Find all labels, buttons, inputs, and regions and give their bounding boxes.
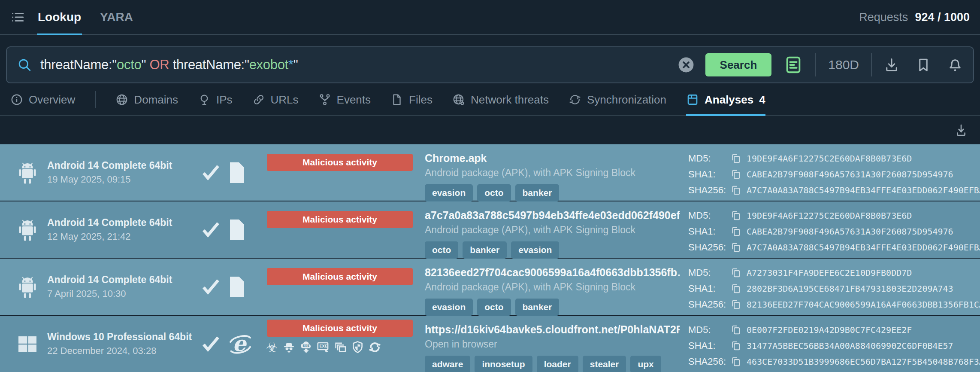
analysis-date: 7 April 2025, 10:30 [47,288,172,299]
copy-icon[interactable] [730,226,741,237]
md5-label: MD5: [688,210,730,221]
os-cell: Android 14 Complete 64bit 7 April 2025, … [0,259,193,315]
shield-icon [351,341,364,354]
tab-label: Domains [134,93,178,107]
divider [871,53,872,76]
query-token: octo [117,57,141,72]
verdict-cell: Malicious activity [262,201,425,258]
windows-cascade-icon [334,341,347,354]
copy-icon[interactable] [730,242,741,253]
tab-synchronization[interactable]: Synchronization [569,84,666,115]
tag-octo[interactable]: octo [477,299,511,316]
md5-label: MD5: [688,267,730,278]
bookmark-icon[interactable] [916,57,931,73]
analysis-date: 12 May 2025, 21:42 [47,231,172,242]
sha256-value: A7C7A0A83A788C5497B94EB34FFE4E03EDD062F4… [747,185,980,195]
android-icon [16,274,39,299]
tag-loader[interactable]: loader [537,356,578,372]
tag-innosetup[interactable]: innosetup [475,356,532,372]
bell-icon[interactable] [947,57,963,73]
topbar-tab-yara[interactable]: YARA [100,0,133,34]
tag-adware[interactable]: adware [425,356,470,372]
file-type-cell [228,144,262,201]
copy-icon[interactable] [730,267,741,278]
search-input[interactable]: threatName:"octo" OR threatName:"exobot*… [40,57,298,73]
tab-urls[interactable]: URLs [252,84,299,115]
analysis-title[interactable]: https://d16kiv64bavke5.cloudfront.net/P0… [425,323,680,336]
analysis-title[interactable]: a7c7a0a83a788c5497b94eb34ffe4e03edd062f4… [425,209,680,222]
os-name: Android 14 Complete 64bit [47,160,172,171]
tag-upx[interactable]: upx [630,356,661,372]
copy-icon[interactable] [730,283,741,294]
threat-icons: ☣EXEEXE [265,341,425,354]
svg-text:EXE: EXE [319,344,327,348]
tab-label: Synchronization [587,93,666,107]
clear-icon[interactable] [678,57,694,73]
tab-domains[interactable]: Domains [115,84,178,115]
tab-files[interactable]: Files [390,84,433,115]
globe-dot-icon [452,93,465,106]
analysis-title[interactable]: Chrome.apk [425,152,680,165]
tab-label: IPs [216,93,233,107]
tag-octo[interactable]: octo [477,184,511,201]
copy-icon[interactable] [730,299,741,310]
copy-icon[interactable] [730,356,741,367]
analysis-subtitle: Android package (APK), with APK Signing … [425,167,680,179]
tag-octo[interactable]: octo [425,241,458,259]
tag-evasion[interactable]: evasion [511,241,559,259]
analysis-subtitle: Android package (APK), with APK Signing … [425,224,680,236]
tab-events[interactable]: Events [318,84,371,115]
sha256-label: SHA256: [688,242,730,253]
tag-banker[interactable]: banker [463,241,507,259]
top-bar: LookupYARA Requests 924 / 1000 [0,0,980,35]
tag-evasion[interactable]: evasion [425,184,473,201]
biohazard-icon: ☣ [265,341,278,354]
hash-line: SHA256: 82136EED27F704CAC9006599A16A4F06… [688,297,980,312]
tab-analyses[interactable]: Analyses4 [686,84,765,115]
analyses-toolbar [0,116,980,144]
query-builder-icon[interactable] [783,55,803,75]
sha256-value: 463CE7033D51B3999686EC56D7BA127F5B45048B… [747,357,980,367]
sha256-label: SHA256: [688,356,730,367]
copy-icon[interactable] [730,210,741,221]
download-icon[interactable] [954,123,968,137]
export-icon[interactable] [884,57,899,73]
copy-icon[interactable] [730,185,741,196]
tab-overview[interactable]: Overview [10,84,75,115]
hash-line: SHA1: CABEA2B79F908F496A57631A30F260875D… [688,167,980,182]
tab-network-threats[interactable]: Network threats [452,84,549,115]
tag-banker[interactable]: banker [515,299,560,316]
topbar-tab-label: YARA [100,10,133,24]
sha1-value: CABEA2B79F908F496A57631A30F260875D954976 [747,169,953,180]
verified-cell [193,259,228,315]
search-bar: threatName:"octo" OR threatName:"exobot*… [6,46,974,83]
globe-icon [115,93,128,106]
tag-banker[interactable]: banker [515,184,560,201]
analysis-row[interactable]: Windows 10 Professional 64bit 22 Decembe… [0,316,980,372]
period-selector[interactable]: 180D [828,58,859,72]
copy-icon[interactable] [730,153,741,164]
analyses-list: Android 14 Complete 64bit 19 May 2025, 0… [0,144,980,372]
analysis-row[interactable]: Android 14 Complete 64bit 19 May 2025, 0… [0,144,980,201]
verified-cell [193,144,228,201]
analysis-row[interactable]: Android 14 Complete 64bit 12 May 2025, 2… [0,201,980,258]
analysis-row[interactable]: Android 14 Complete 64bit 7 April 2025, … [0,259,980,315]
copy-icon[interactable] [730,324,741,335]
hash-line: SHA1: 2802BF3D6A195CE68471FB47931803E2D2… [688,281,980,296]
analysis-title[interactable]: 82136eed27f704cac9006599a16a4f0663dbb135… [425,266,680,279]
exe-window-icon: EXE [317,341,330,354]
md5-value: 19DE9F4A6F12275C2E60DAF8B0B73E6D [747,153,912,164]
tab-ips[interactable]: IPs [198,84,233,115]
tag-evasion[interactable]: evasion [425,299,473,316]
topbar-tab-lookup[interactable]: Lookup [38,0,81,34]
copy-icon[interactable] [730,340,741,351]
tag-stealer[interactable]: stealer [583,356,626,372]
requests-value: 924 / 1000 [915,11,970,24]
hash-line: MD5: 0E007F2FDE0219A42D9B0C7FC429EE2F [688,323,980,337]
sha256-value: 82136EED27F704CAC9006599A16A4F0663DBB135… [747,299,980,310]
sha1-label: SHA1: [688,226,730,237]
search-button[interactable]: Search [705,53,772,76]
menu-icon[interactable] [10,0,26,34]
hash-line: SHA256: A7C7A0A83A788C5497B94EB34FFE4E03… [688,240,980,255]
copy-icon[interactable] [730,169,741,180]
